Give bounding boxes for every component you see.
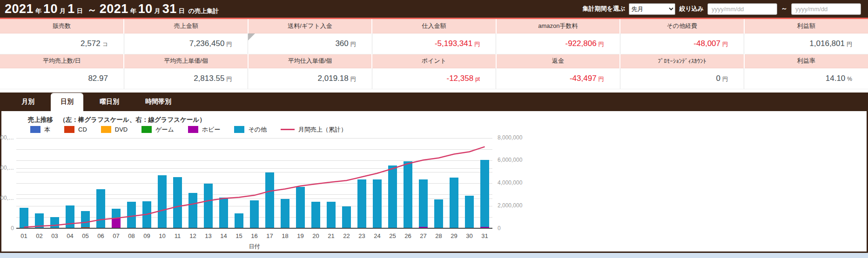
summary-table: 販売数売上金額送料/ギフト入金仕入金額amazon手数料その他経費利益額2,57… — [0, 19, 868, 89]
column-header: 仕入金額 — [372, 19, 496, 33]
legend-line-swatch — [281, 129, 295, 130]
right-axis-label: 4,000,000 — [498, 179, 522, 186]
range-separator: ～ — [781, 5, 787, 13]
chart-legend: 本CDDVDゲームホビーその他月間売上（累計） — [30, 126, 347, 134]
period-select[interactable]: 先月 — [629, 3, 675, 15]
x-axis-tick: 18 — [277, 232, 293, 239]
title-part: 2021 — [5, 2, 34, 16]
column-header: 送料/ギフト入金 — [248, 19, 372, 33]
x-axis-labels: 0102030405060708091011121314151617181920… — [16, 232, 492, 240]
cell-value: 2,019.18 — [318, 74, 349, 83]
x-axis-tick: 06 — [93, 232, 108, 239]
tab-時間帯別[interactable]: 時間帯別 — [135, 93, 181, 111]
right-axis-label: 0 — [498, 225, 501, 232]
x-axis-tick: 13 — [201, 232, 216, 239]
title-part: 31 — [162, 2, 177, 16]
legend-label: ホビー — [202, 126, 221, 134]
title-part: 月 — [155, 7, 161, 14]
legend-swatch — [234, 126, 244, 133]
tab-日別[interactable]: 日別 — [51, 93, 83, 111]
cell-unit: 円 — [722, 76, 728, 82]
value-cell: 0円 — [620, 68, 744, 89]
column-header: ポイント — [372, 54, 496, 68]
legend-label: ゲーム — [155, 126, 174, 134]
tab-曜日別[interactable]: 曜日別 — [90, 93, 129, 111]
cell-value: 14.10 — [826, 74, 846, 83]
date-to-input[interactable] — [791, 3, 861, 15]
legend-label: CD — [78, 126, 87, 133]
cell-unit: 円 — [226, 41, 232, 47]
value-cell: 2,019.18円 — [248, 68, 372, 89]
cell-unit: 円 — [350, 76, 356, 82]
date-from-input[interactable] — [707, 3, 777, 15]
title-part: 年 — [130, 7, 136, 14]
x-axis-tick: 11 — [170, 232, 185, 239]
right-axis-label: 2,000,000 — [498, 202, 522, 209]
value-cell: 360円 — [248, 33, 372, 54]
cell-value: 2,813.55 — [194, 74, 224, 83]
x-axis-tick: 21 — [323, 232, 339, 239]
x-axis-tick: 23 — [354, 232, 370, 239]
legend-label: 月間売上（累計） — [298, 126, 347, 134]
x-axis-tick: 28 — [431, 232, 446, 239]
value-cell: 14.10% — [744, 68, 868, 89]
value-cell: 2,572コ — [0, 33, 124, 54]
period-controls: 集計期間を選ぶ 先月 絞り込み ～ — [583, 3, 861, 15]
cell-value: 2,572 — [81, 39, 101, 48]
cell-value: -5,193,341 — [435, 39, 472, 48]
column-header: 平均仕入単価/個 — [248, 54, 372, 68]
value-cell: 7,236,450円 — [124, 33, 248, 54]
table-header-row: 販売数売上金額送料/ギフト入金仕入金額amazon手数料その他経費利益額 — [0, 19, 868, 33]
x-axis-tick: 26 — [400, 232, 416, 239]
column-header: 平均売上数/日 — [0, 54, 124, 68]
cell-value: 360 — [335, 39, 348, 48]
value-cell: 82.97 — [0, 68, 124, 89]
x-axis-tick: 09 — [139, 232, 155, 239]
page-bottom-strip — [0, 253, 868, 258]
cell-unit: 円 — [599, 76, 604, 82]
table-value-row: 82.972,813.55円2,019.18円-12,358pt-43,497円… — [0, 68, 868, 89]
right-axis-label: 8,000,000 — [498, 134, 522, 141]
value-cell: 2,813.55円 — [124, 68, 248, 89]
right-axis: 8,000,0006,000,0004,000,0002,000,0000 — [498, 138, 539, 229]
cell-corner-marker — [248, 33, 255, 40]
left-axis-label: 0 — [11, 225, 14, 232]
tab-月別[interactable]: 月別 — [12, 93, 44, 111]
column-header: 売上金額 — [124, 19, 248, 33]
legend-item-DVD: DVD — [101, 126, 128, 133]
x-axis-tick: 25 — [385, 232, 400, 239]
value-cell: -12,358pt — [372, 68, 496, 89]
cell-value: 7,236,450 — [189, 39, 225, 48]
cell-value: -48,007 — [693, 39, 720, 48]
cell-value: -43,497 — [570, 74, 597, 83]
cell-value: 1,016,801 — [809, 39, 845, 48]
x-axis-title: 日付 — [16, 243, 492, 251]
x-axis-tick: 22 — [339, 232, 354, 239]
tab-bar: 月別日別曜日別時間帯別 — [0, 93, 868, 111]
chart-plot — [16, 138, 492, 229]
x-axis-tick: 07 — [108, 232, 124, 239]
cell-value: -12,358 — [447, 74, 474, 83]
x-axis-tick: 19 — [293, 232, 308, 239]
legend-swatch — [188, 126, 198, 133]
cell-value: 0 — [716, 74, 720, 83]
column-header: ﾌﾟﾛﾓｰｼｮﾝﾃﾞｨｽｶｳﾝﾄ — [620, 54, 744, 68]
title-part: 年 — [35, 7, 41, 14]
filter-label: 絞り込み — [679, 5, 704, 13]
summary-table-body: 販売数売上金額送料/ギフト入金仕入金額amazon手数料その他経費利益額2,57… — [0, 19, 868, 89]
legend-swatch — [141, 126, 152, 133]
title-part: 日 — [179, 7, 185, 14]
column-header: 返金 — [496, 54, 620, 68]
title-part: 2021 — [100, 2, 128, 16]
legend-item-本: 本 — [30, 126, 50, 134]
legend-item-ホビー: ホビー — [188, 126, 221, 134]
x-axis-tick: 14 — [216, 232, 231, 239]
legend-item-ゲーム: ゲーム — [141, 126, 174, 134]
legend-swatch — [64, 126, 74, 133]
cell-unit: 円 — [722, 41, 728, 47]
cell-unit: 円 — [847, 41, 852, 47]
column-header: 利益率 — [744, 54, 868, 68]
x-axis-tick: 20 — [308, 232, 323, 239]
table-header-row: 平均売上数/日平均売上単価/個平均仕入単価/個ポイント返金ﾌﾟﾛﾓｰｼｮﾝﾃﾞｨ… — [0, 54, 868, 68]
cell-unit: pt — [475, 76, 480, 82]
